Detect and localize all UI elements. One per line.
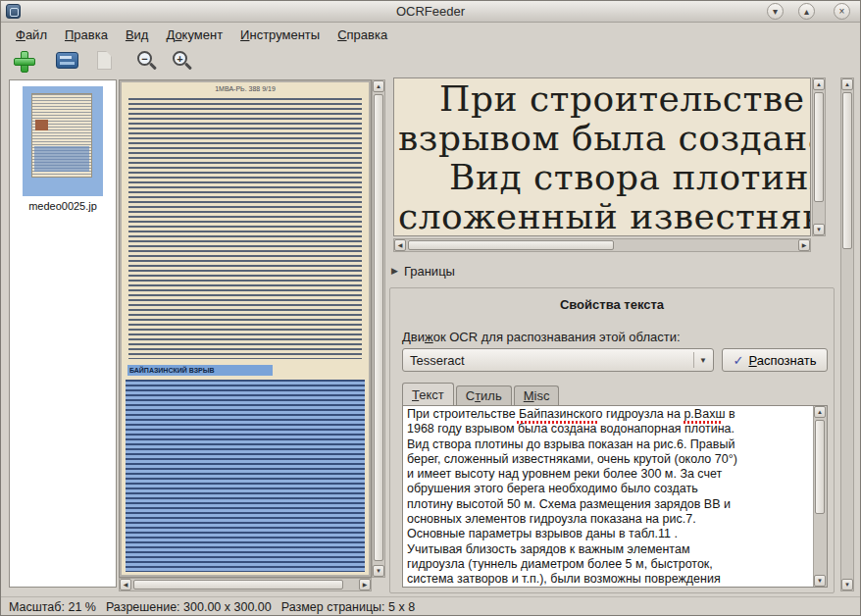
text-vertical-scrollbar[interactable]: ▲ ▼ — [813, 406, 827, 587]
expander-arrow-icon: ▶ — [391, 266, 398, 276]
statusbar: Масштаб: 21 % Разрешение: 300.00 x 300.0… — [1, 596, 860, 616]
scroll-down-arrow[interactable]: ▼ — [841, 579, 853, 590]
document-vertical-scrollbar[interactable]: ▲ ▼ — [372, 79, 385, 578]
recognize-button[interactable]: ✓ Распознать — [722, 348, 828, 372]
scroll-down-arrow[interactable]: ▼ — [813, 224, 825, 235]
scrollbar-thumb[interactable] — [408, 240, 614, 250]
panel-vertical-scrollbar[interactable]: ▲ ▼ — [840, 77, 854, 591]
menu-tools[interactable]: Инструменты — [231, 26, 329, 44]
maximize-button[interactable]: ▴ — [798, 3, 815, 20]
pages-panel: medeo0025.jp — [9, 79, 117, 588]
scroll-up-arrow[interactable]: ▲ — [841, 78, 853, 90]
scroll-right-arrow[interactable]: ▶ — [798, 239, 810, 251]
thumbnail-photo-region — [35, 120, 48, 130]
scroll-left-arrow[interactable]: ◀ — [120, 579, 131, 590]
combo-separator — [693, 352, 694, 368]
preview-line: сложенный известняками — [398, 196, 811, 236]
scroll-down-arrow[interactable]: ▼ — [814, 575, 826, 587]
main-area: medeo0025.jp 1МВА-РЬ. 388 9/19 БАЙПАЗИНС… — [1, 76, 860, 596]
status-page-size: Размер страницы: 5 x 8 — [281, 600, 415, 614]
recognize-button-label: Распознать — [748, 353, 816, 368]
boxes-expander[interactable]: ▶ Границы — [391, 262, 455, 280]
text-properties-tabs: Текст Стиль Misc — [402, 383, 561, 405]
scroll-down-arrow[interactable]: ▼ — [373, 565, 384, 577]
scrollbar-thumb[interactable] — [815, 420, 825, 514]
text-region-selected[interactable] — [126, 380, 365, 572]
document-canvas[interactable]: 1МВА-РЬ. 388 9/19 БАЙПАЗИНСКИЙ ВЗРЫВ — [119, 79, 372, 578]
spellcheck-icon: ✓ — [734, 353, 744, 368]
zoom-in-button[interactable]: + — [168, 46, 197, 75]
ocr-engine-label: Движок OCR для распознавания этой област… — [402, 330, 681, 344]
menu-file[interactable]: Файл — [7, 26, 56, 44]
tab-misc[interactable]: Misc — [514, 385, 560, 405]
ocr-text-area[interactable]: При строительстве Байпазинского гидроузл… — [403, 406, 813, 587]
scrollbar-thumb[interactable] — [374, 94, 383, 561]
region-preview: При строительстве взрывом была создана В… — [393, 77, 811, 236]
scrollbar-thumb[interactable] — [814, 92, 824, 202]
zoom-in-icon: + — [173, 51, 187, 66]
minimize-button[interactable]: ▾ — [767, 3, 784, 20]
close-button[interactable]: × — [834, 3, 850, 20]
menu-document[interactable]: Документ — [157, 26, 231, 44]
page-thumbnail-selected[interactable] — [23, 86, 103, 196]
page-header-text: 1МВА-РЬ. 388 9/19 — [122, 85, 369, 92]
text-properties-title: Свойства текста — [390, 297, 834, 312]
scroll-up-arrow[interactable]: ▲ — [814, 406, 826, 418]
document-icon — [97, 51, 112, 70]
menu-view[interactable]: Вид — [117, 26, 158, 44]
window-title: OCRFeeder — [1, 4, 860, 19]
scroll-up-arrow[interactable]: ▲ — [813, 78, 825, 90]
ocr-engine-select[interactable]: Tesseract ▼ — [402, 348, 714, 372]
titlebar: OCRFeeder ▾ ▴ × — [1, 1, 860, 23]
text-properties-frame: Свойства текста Движок OCR для распознав… — [389, 287, 835, 593]
detect-areas-icon — [56, 52, 78, 69]
section-title-highlight[interactable]: БАЙПАЗИНСКИЙ ВЗРЫВ — [127, 365, 273, 376]
add-page-button[interactable] — [9, 46, 38, 75]
menubar: Файл Правка Вид Документ Инструменты Спр… — [1, 24, 860, 45]
ocr-text-container: При строительстве Байпазинского гидроузл… — [402, 405, 828, 588]
page-filename: medeo0025.jp — [10, 200, 116, 212]
preview-horizontal-scrollbar[interactable]: ◀ ▶ — [393, 238, 811, 252]
ocrfeeder-window: OCRFeeder ▾ ▴ × Файл Правка Вид Документ… — [0, 0, 861, 616]
zoom-out-button[interactable]: − — [132, 46, 162, 75]
menu-help[interactable]: Справка — [329, 26, 396, 44]
status-resolution: Разрешение: 300.00 x 300.00 — [106, 600, 272, 614]
scroll-right-arrow[interactable]: ▶ — [359, 579, 371, 590]
tab-text[interactable]: Текст — [402, 383, 454, 405]
scrollbar-corner — [372, 578, 385, 591]
menu-edit[interactable]: Правка — [56, 26, 117, 44]
toolbar: − + — [1, 45, 860, 76]
document-page[interactable]: 1МВА-РЬ. 388 9/19 БАЙПАЗИНСКИЙ ВЗРЫВ — [122, 82, 369, 575]
thumbnail-highlight-region — [34, 146, 89, 172]
page-thumbnail-image — [31, 93, 92, 178]
scroll-left-arrow[interactable]: ◀ — [394, 239, 406, 251]
detect-areas-button[interactable] — [52, 46, 81, 75]
tab-style[interactable]: Стиль — [456, 385, 512, 405]
document-view: 1МВА-РЬ. 388 9/19 БАЙПАЗИНСКИЙ ВЗРЫВ ▲ ▼… — [119, 79, 385, 591]
scrollbar-thumb[interactable] — [133, 580, 343, 590]
document-horizontal-scrollbar[interactable]: ◀ ▶ — [119, 578, 372, 591]
plus-icon — [13, 50, 34, 72]
export-document-button[interactable] — [89, 46, 119, 75]
chevron-down-icon: ▼ — [699, 356, 707, 365]
scrollbar-thumb[interactable] — [842, 92, 852, 249]
scroll-up-arrow[interactable]: ▲ — [373, 80, 384, 92]
preview-line: Вид створа плотины — [449, 157, 811, 197]
expander-label: Границы — [404, 264, 455, 279]
ocr-engine-value: Tesseract — [403, 353, 693, 368]
preview-line: взрывом была создана — [398, 118, 811, 158]
preview-line: При строительстве — [439, 78, 805, 119]
preview-vertical-scrollbar[interactable]: ▲ ▼ — [812, 77, 826, 236]
status-zoom: Масштаб: 21 % — [9, 600, 96, 614]
zoom-out-icon: − — [137, 51, 152, 66]
text-region-top[interactable] — [128, 98, 362, 359]
